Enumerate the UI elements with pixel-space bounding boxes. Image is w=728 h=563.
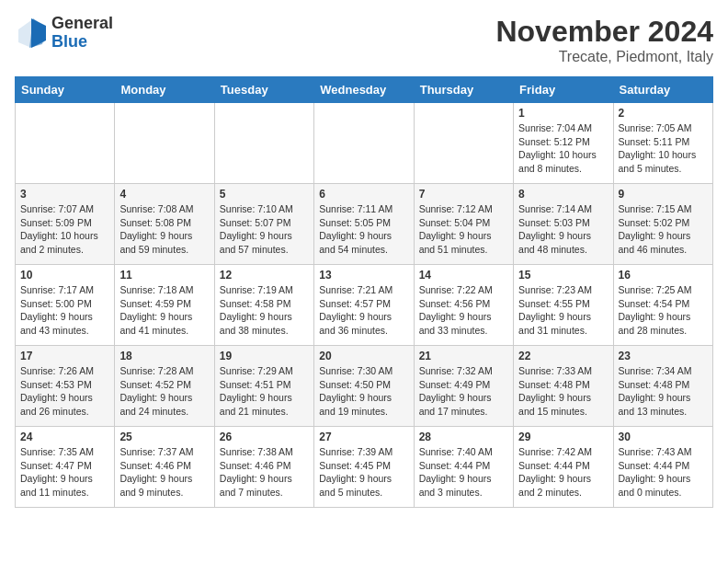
calendar-cell [16, 103, 115, 184]
calendar: SundayMondayTuesdayWednesdayThursdayFrid… [15, 76, 713, 508]
day-number: 12 [220, 269, 309, 282]
day-number: 7 [419, 188, 508, 201]
calendar-cell: 14Sunrise: 7:22 AM Sunset: 4:56 PM Dayli… [414, 265, 513, 346]
calendar-cell: 19Sunrise: 7:29 AM Sunset: 4:51 PM Dayli… [214, 346, 313, 427]
day-number: 1 [518, 107, 608, 120]
day-info: Sunrise: 7:05 AM Sunset: 5:11 PM Dayligh… [619, 121, 708, 176]
day-info: Sunrise: 7:39 AM Sunset: 4:45 PM Dayligh… [319, 445, 408, 500]
day-number: 13 [319, 269, 408, 282]
day-info: Sunrise: 7:15 AM Sunset: 5:02 PM Dayligh… [619, 202, 708, 257]
day-number: 4 [119, 188, 209, 201]
calendar-cell: 17Sunrise: 7:26 AM Sunset: 4:53 PM Dayli… [16, 346, 115, 427]
month-title: November 2024 [495, 15, 713, 49]
calendar-cell: 3Sunrise: 7:07 AM Sunset: 5:09 PM Daylig… [16, 184, 115, 265]
day-info: Sunrise: 7:33 AM Sunset: 4:48 PM Dayligh… [518, 364, 608, 419]
week-row: 1Sunrise: 7:04 AM Sunset: 5:12 PM Daylig… [16, 103, 713, 184]
title-block: November 2024 Trecate, Piedmont, Italy [495, 15, 713, 65]
calendar-cell: 6Sunrise: 7:11 AM Sunset: 5:05 PM Daylig… [314, 184, 414, 265]
day-info: Sunrise: 7:32 AM Sunset: 4:49 PM Dayligh… [419, 364, 508, 419]
calendar-cell: 8Sunrise: 7:14 AM Sunset: 5:03 PM Daylig… [514, 184, 613, 265]
day-number: 6 [319, 188, 408, 201]
calendar-cell [314, 103, 414, 184]
day-info: Sunrise: 7:37 AM Sunset: 4:46 PM Dayligh… [119, 445, 209, 500]
calendar-cell: 12Sunrise: 7:19 AM Sunset: 4:58 PM Dayli… [214, 265, 313, 346]
day-info: Sunrise: 7:11 AM Sunset: 5:05 PM Dayligh… [319, 202, 408, 257]
day-number: 19 [220, 350, 309, 362]
days-of-week-row: SundayMondayTuesdayWednesdayThursdayFrid… [16, 77, 713, 103]
day-info: Sunrise: 7:40 AM Sunset: 4:44 PM Dayligh… [419, 445, 508, 500]
calendar-cell: 27Sunrise: 7:39 AM Sunset: 4:45 PM Dayli… [314, 427, 414, 508]
calendar-cell: 16Sunrise: 7:25 AM Sunset: 4:54 PM Dayli… [613, 265, 712, 346]
day-number: 15 [518, 269, 608, 282]
day-number: 27 [319, 431, 408, 443]
day-info: Sunrise: 7:25 AM Sunset: 4:54 PM Dayligh… [619, 283, 708, 338]
day-number: 21 [419, 350, 508, 362]
calendar-cell: 30Sunrise: 7:43 AM Sunset: 4:44 PM Dayli… [613, 427, 712, 508]
calendar-cell [214, 103, 313, 184]
calendar-body: 1Sunrise: 7:04 AM Sunset: 5:12 PM Daylig… [16, 103, 713, 508]
calendar-cell: 29Sunrise: 7:42 AM Sunset: 4:44 PM Dayli… [514, 427, 613, 508]
logo: General Blue [15, 15, 113, 52]
logo-blue-text: Blue [51, 33, 113, 52]
day-info: Sunrise: 7:35 AM Sunset: 4:47 PM Dayligh… [20, 445, 109, 500]
day-info: Sunrise: 7:12 AM Sunset: 5:04 PM Dayligh… [419, 202, 508, 257]
day-number: 2 [619, 107, 708, 120]
day-number: 9 [619, 188, 708, 201]
calendar-cell: 13Sunrise: 7:21 AM Sunset: 4:57 PM Dayli… [314, 265, 414, 346]
day-info: Sunrise: 7:34 AM Sunset: 4:48 PM Dayligh… [619, 364, 708, 419]
day-info: Sunrise: 7:08 AM Sunset: 5:08 PM Dayligh… [119, 202, 209, 257]
day-number: 28 [419, 431, 508, 443]
day-number: 26 [220, 431, 309, 443]
week-row: 3Sunrise: 7:07 AM Sunset: 5:09 PM Daylig… [16, 184, 713, 265]
day-number: 3 [20, 188, 109, 201]
calendar-cell [115, 103, 214, 184]
day-header-friday: Friday [514, 77, 613, 103]
calendar-cell: 9Sunrise: 7:15 AM Sunset: 5:02 PM Daylig… [613, 184, 712, 265]
day-info: Sunrise: 7:28 AM Sunset: 4:52 PM Dayligh… [119, 364, 209, 419]
calendar-cell: 2Sunrise: 7:05 AM Sunset: 5:11 PM Daylig… [613, 103, 712, 184]
calendar-header: SundayMondayTuesdayWednesdayThursdayFrid… [16, 77, 713, 103]
day-number: 18 [119, 350, 209, 362]
day-info: Sunrise: 7:23 AM Sunset: 4:55 PM Dayligh… [518, 283, 608, 338]
day-header-sunday: Sunday [16, 77, 115, 103]
logo-general-text: General [51, 15, 113, 33]
day-number: 29 [518, 431, 608, 443]
day-header-tuesday: Tuesday [214, 77, 313, 103]
day-number: 24 [20, 431, 109, 443]
day-info: Sunrise: 7:43 AM Sunset: 4:44 PM Dayligh… [619, 445, 708, 500]
calendar-cell: 20Sunrise: 7:30 AM Sunset: 4:50 PM Dayli… [314, 346, 414, 427]
day-info: Sunrise: 7:04 AM Sunset: 5:12 PM Dayligh… [518, 121, 608, 176]
calendar-cell: 26Sunrise: 7:38 AM Sunset: 4:46 PM Dayli… [214, 427, 313, 508]
day-info: Sunrise: 7:19 AM Sunset: 4:58 PM Dayligh… [220, 283, 309, 338]
day-number: 30 [619, 431, 708, 443]
calendar-cell: 5Sunrise: 7:10 AM Sunset: 5:07 PM Daylig… [214, 184, 313, 265]
calendar-cell: 21Sunrise: 7:32 AM Sunset: 4:49 PM Dayli… [414, 346, 513, 427]
day-info: Sunrise: 7:38 AM Sunset: 4:46 PM Dayligh… [220, 445, 309, 500]
day-info: Sunrise: 7:18 AM Sunset: 4:59 PM Dayligh… [119, 283, 209, 338]
calendar-cell: 23Sunrise: 7:34 AM Sunset: 4:48 PM Dayli… [613, 346, 712, 427]
location: Trecate, Piedmont, Italy [495, 49, 713, 65]
day-number: 8 [518, 188, 608, 201]
svg-marker-2 [31, 18, 46, 48]
day-number: 25 [119, 431, 209, 443]
logo-icon [15, 17, 48, 50]
day-header-wednesday: Wednesday [314, 77, 414, 103]
calendar-cell: 10Sunrise: 7:17 AM Sunset: 5:00 PM Dayli… [16, 265, 115, 346]
day-number: 22 [518, 350, 608, 362]
day-number: 16 [619, 269, 708, 282]
week-row: 10Sunrise: 7:17 AM Sunset: 5:00 PM Dayli… [16, 265, 713, 346]
week-row: 24Sunrise: 7:35 AM Sunset: 4:47 PM Dayli… [16, 427, 713, 508]
calendar-cell: 25Sunrise: 7:37 AM Sunset: 4:46 PM Dayli… [115, 427, 214, 508]
day-info: Sunrise: 7:22 AM Sunset: 4:56 PM Dayligh… [419, 283, 508, 338]
day-number: 10 [20, 269, 109, 282]
calendar-cell: 28Sunrise: 7:40 AM Sunset: 4:44 PM Dayli… [414, 427, 513, 508]
calendar-cell: 18Sunrise: 7:28 AM Sunset: 4:52 PM Dayli… [115, 346, 214, 427]
day-header-saturday: Saturday [613, 77, 712, 103]
day-number: 14 [419, 269, 508, 282]
day-info: Sunrise: 7:17 AM Sunset: 5:00 PM Dayligh… [20, 283, 109, 338]
day-info: Sunrise: 7:07 AM Sunset: 5:09 PM Dayligh… [20, 202, 109, 257]
day-number: 5 [220, 188, 309, 201]
day-info: Sunrise: 7:30 AM Sunset: 4:50 PM Dayligh… [319, 364, 408, 419]
day-info: Sunrise: 7:10 AM Sunset: 5:07 PM Dayligh… [220, 202, 309, 257]
day-number: 17 [20, 350, 109, 362]
